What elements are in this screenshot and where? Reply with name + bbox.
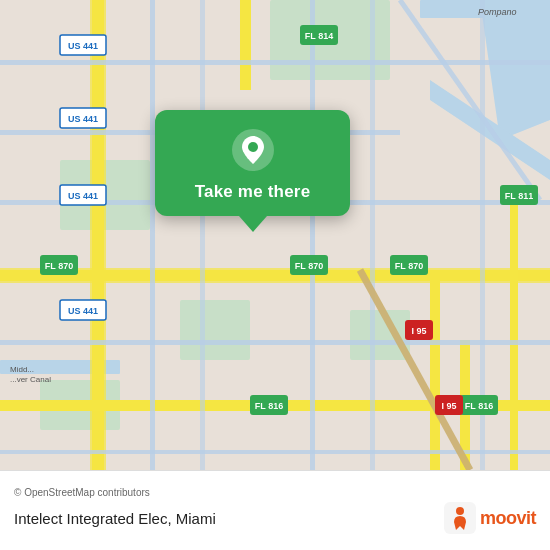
svg-text:US 441: US 441 <box>68 191 98 201</box>
svg-text:US 441: US 441 <box>68 41 98 51</box>
svg-rect-9 <box>90 0 106 470</box>
footer-content: Intelect Integrated Elec, Miami moovit <box>14 502 536 534</box>
svg-rect-17 <box>0 60 550 65</box>
svg-rect-13 <box>240 0 251 90</box>
svg-rect-11 <box>0 268 550 283</box>
svg-text:I 95: I 95 <box>411 326 426 336</box>
svg-text:FL 870: FL 870 <box>295 261 323 271</box>
svg-text:FL 816: FL 816 <box>465 401 493 411</box>
svg-rect-4 <box>350 310 410 360</box>
svg-text:Midd...: Midd... <box>10 365 34 374</box>
svg-point-59 <box>248 142 258 152</box>
moovit-brand-text: moovit <box>480 508 536 529</box>
svg-text:FL 811: FL 811 <box>505 191 533 201</box>
map-container: US 441 US 441 US 441 US 441 FL 814 FL 87… <box>0 0 550 470</box>
svg-text:...ver Canal: ...ver Canal <box>10 375 51 384</box>
svg-rect-22 <box>150 0 155 470</box>
map-background: US 441 US 441 US 441 US 441 FL 814 FL 87… <box>0 0 550 470</box>
svg-rect-21 <box>0 450 550 454</box>
place-name-label: Intelect Integrated Elec, Miami <box>14 510 216 527</box>
svg-text:FL 870: FL 870 <box>395 261 423 271</box>
svg-text:I 95: I 95 <box>441 401 456 411</box>
map-popup[interactable]: Take me there <box>155 110 350 216</box>
svg-text:FL 816: FL 816 <box>255 401 283 411</box>
svg-rect-16 <box>510 200 518 470</box>
moovit-logo: moovit <box>444 502 536 534</box>
svg-rect-23 <box>200 0 205 470</box>
svg-rect-20 <box>0 340 550 345</box>
moovit-icon <box>444 502 476 534</box>
svg-text:US 441: US 441 <box>68 114 98 124</box>
svg-rect-3 <box>180 300 250 360</box>
take-me-there-label: Take me there <box>195 182 311 202</box>
svg-rect-24 <box>310 0 315 470</box>
svg-rect-25 <box>370 0 375 470</box>
svg-text:Pompano: Pompano <box>478 7 517 17</box>
map-attribution: © OpenStreetMap contributors <box>14 487 536 498</box>
footer-bar: © OpenStreetMap contributors Intelect In… <box>0 470 550 550</box>
svg-text:FL 870: FL 870 <box>45 261 73 271</box>
svg-text:FL 814: FL 814 <box>305 31 333 41</box>
svg-point-61 <box>456 507 464 515</box>
location-pin-icon <box>231 128 275 172</box>
svg-rect-14 <box>430 280 440 470</box>
svg-text:US 441: US 441 <box>68 306 98 316</box>
